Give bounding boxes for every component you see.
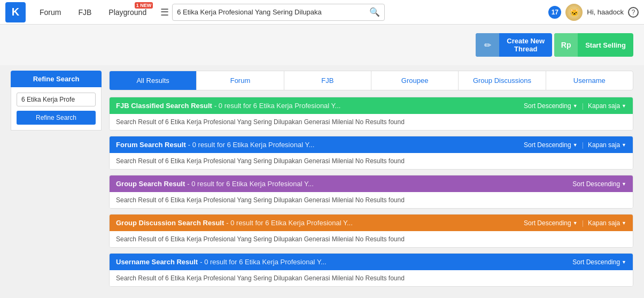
username-result-body: Search Result of 6 Etika Kerja Profesion… xyxy=(110,270,633,286)
forum-result-header: Forum Search Result - 0 result for 6 Eti… xyxy=(110,136,633,153)
groupdiscussion-result-title: Group Discussion Search Result xyxy=(116,219,224,227)
header: K Forum FJB Playground 1 NEW ☰ 🔍 17 🐱 Hi… xyxy=(0,0,644,25)
username-sort-button[interactable]: Sort Descending xyxy=(572,258,626,266)
tab-all-results[interactable]: All Results xyxy=(110,71,197,90)
nav-fjb[interactable]: FJB xyxy=(69,0,100,25)
username-result-header-left: Username Search Result - 0 result for 6 … xyxy=(116,258,327,266)
groupdiscussion-kapan-button[interactable]: Kapan saja xyxy=(588,219,626,227)
username-result-header-right: Sort Descending xyxy=(572,258,626,266)
group-sort-button[interactable]: Sort Descending xyxy=(572,180,626,188)
create-thread-icon: ✏ xyxy=(476,33,499,57)
groupdiscussion-result-body: Search Result of 6 Etika Kerja Profesion… xyxy=(110,231,633,247)
hamburger-icon[interactable]: ☰ xyxy=(160,6,169,18)
groupdiscussion-result-subtitle: - 0 result for 6 Etika Kerja Profesional… xyxy=(226,219,353,227)
avatar-image: 🐱 xyxy=(565,4,583,21)
username-result-section: Username Search Result - 0 result for 6 … xyxy=(109,253,633,287)
header-right: 17 🐱 Hi, haadock ? xyxy=(548,4,639,21)
user-greeting: Hi, haadock xyxy=(587,8,624,16)
fjb-result-section: FJB Classified Search Result - 0 result … xyxy=(109,97,633,131)
forum-result-subtitle: - 0 result for 6 Etika Kerja Profesional… xyxy=(188,141,315,149)
group-result-title: Group Search Result xyxy=(116,180,185,188)
fjb-result-title: FJB Classified Search Result xyxy=(116,102,212,110)
forum-sort-button[interactable]: Sort Descending xyxy=(524,141,578,149)
notification-badge[interactable]: 17 xyxy=(548,6,561,19)
forum-result-section: Forum Search Result - 0 result for 6 Eti… xyxy=(109,136,633,170)
username-result-header: Username Search Result - 0 result for 6 … xyxy=(110,254,633,270)
help-icon[interactable]: ? xyxy=(628,7,639,18)
search-tabs: All Results Forum FJB Groupee Group Disc… xyxy=(109,71,633,90)
search-button[interactable]: 🔍 xyxy=(365,7,384,17)
nav-playground[interactable]: Playground 1 NEW xyxy=(100,0,155,25)
nav-playground-label: Playground xyxy=(108,8,146,17)
fjb-result-body: Search Result of 6 Etika Kerja Profesion… xyxy=(110,114,633,130)
groupdiscussion-result-section: Group Discussion Search Result - 0 resul… xyxy=(109,214,633,248)
search-area: ☰ 🔍 xyxy=(160,4,385,21)
start-selling-button[interactable]: Rp Start Selling xyxy=(554,33,633,57)
tab-username[interactable]: Username xyxy=(546,71,633,90)
fjb-result-header: FJB Classified Search Result - 0 result … xyxy=(110,97,633,114)
sidebar: Refine Search Refine Search xyxy=(11,71,102,292)
groupdiscussion-result-header: Group Discussion Search Result - 0 resul… xyxy=(110,215,633,231)
tab-group-discussions[interactable]: Group Discussions xyxy=(459,71,546,90)
groupdiscussion-sort-button[interactable]: Sort Descending xyxy=(524,219,578,227)
start-selling-icon: Rp xyxy=(554,33,578,57)
group-result-body: Search Result of 6 Etika Kerja Profesion… xyxy=(110,192,633,208)
nav-forum[interactable]: Forum xyxy=(31,0,69,25)
fjb-sort-button[interactable]: Sort Descending xyxy=(524,102,578,110)
search-input[interactable] xyxy=(173,8,365,16)
sidebar-body: Refine Search xyxy=(11,87,102,131)
main-nav: Forum FJB Playground 1 NEW xyxy=(31,0,155,25)
logo-letter: K xyxy=(12,6,19,18)
fjb-result-header-right: Sort Descending | Kapan saja xyxy=(524,102,626,110)
fjb-kapan-button[interactable]: Kapan saja xyxy=(588,102,626,110)
group-result-header-right: Sort Descending xyxy=(572,180,626,188)
tab-forum[interactable]: Forum xyxy=(197,71,284,90)
tab-groupee[interactable]: Groupee xyxy=(371,71,459,90)
fjb-result-header-left: FJB Classified Search Result - 0 result … xyxy=(116,102,340,110)
group-result-subtitle: - 0 result for 6 Etika Kerja Profesional… xyxy=(187,180,314,188)
group-result-header: Group Search Result - 0 result for 6 Eti… xyxy=(110,175,633,192)
forum-result-body: Search Result of 6 Etika Kerja Profesion… xyxy=(110,153,633,169)
create-thread-button[interactable]: ✏ Create NewThread xyxy=(476,33,552,57)
forum-result-header-left: Forum Search Result - 0 result for 6 Eti… xyxy=(116,141,314,149)
content: All Results Forum FJB Groupee Group Disc… xyxy=(109,71,633,292)
new-badge: 1 NEW xyxy=(135,2,153,9)
groupdiscussion-result-header-left: Group Discussion Search Result - 0 resul… xyxy=(116,219,353,227)
username-result-subtitle: - 0 result for 6 Etika Kerja Profesional… xyxy=(200,258,327,266)
forum-kapan-button[interactable]: Kapan saja xyxy=(588,141,626,149)
fjb-result-subtitle: - 0 result for 6 Etika Kerja Profesional… xyxy=(214,102,341,110)
main-layout: Refine Search Refine Search All Results … xyxy=(0,65,644,297)
refine-search-header: Refine Search xyxy=(11,71,102,87)
avatar[interactable]: 🐱 xyxy=(565,4,583,21)
username-result-title: Username Search Result xyxy=(116,258,198,266)
group-result-section: Group Search Result - 0 result for 6 Eti… xyxy=(109,175,633,209)
create-thread-label: Create NewThread xyxy=(499,33,552,57)
groupdiscussion-result-header-right: Sort Descending | Kapan saja xyxy=(524,219,626,227)
start-selling-label: Start Selling xyxy=(578,33,633,57)
forum-result-header-right: Sort Descending | Kapan saja xyxy=(524,141,626,149)
logo[interactable]: K xyxy=(5,2,26,22)
search-box: 🔍 xyxy=(172,4,385,21)
tab-fjb[interactable]: FJB xyxy=(284,71,371,90)
forum-result-title: Forum Search Result xyxy=(116,141,186,149)
group-result-header-left: Group Search Result - 0 result for 6 Eti… xyxy=(116,180,314,188)
refine-search-button[interactable]: Refine Search xyxy=(17,111,96,125)
refine-search-input[interactable] xyxy=(17,93,96,106)
toolbar: ✏ Create NewThread Rp Start Selling xyxy=(0,25,644,65)
